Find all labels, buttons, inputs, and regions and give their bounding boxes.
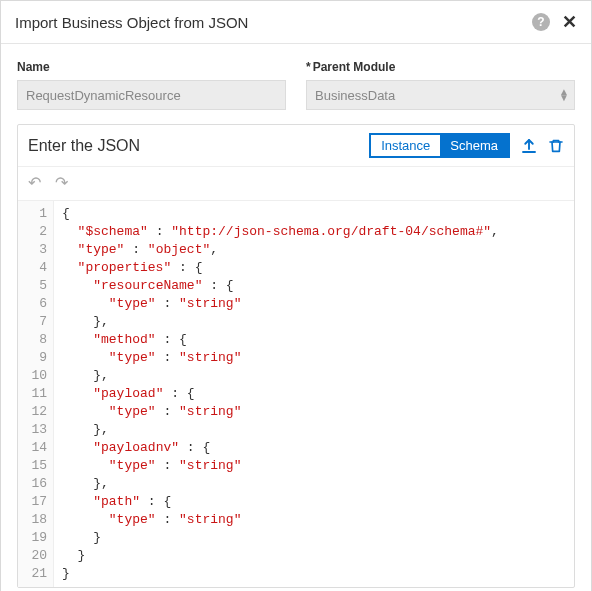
undo-redo-bar: ↶ ↷ <box>18 167 574 200</box>
close-icon[interactable]: ✕ <box>562 11 577 33</box>
name-label: Name <box>17 60 286 74</box>
schema-tab[interactable]: Schema <box>440 135 508 156</box>
trash-icon[interactable] <box>548 138 564 154</box>
instance-tab[interactable]: Instance <box>371 135 440 156</box>
undo-icon[interactable]: ↶ <box>28 173 41 192</box>
redo-icon[interactable]: ↷ <box>55 173 68 192</box>
json-editor-panel: Enter the JSON Instance Schema ↶ ↷ 12345… <box>17 124 575 588</box>
parent-module-label: *Parent Module <box>306 60 575 74</box>
line-gutter: 123456789101112131415161718192021 <box>18 201 54 587</box>
parent-module-select[interactable]: ▲▼ <box>306 80 575 110</box>
name-input[interactable] <box>17 80 286 110</box>
help-icon[interactable]: ? <box>532 13 550 31</box>
dialog: Import Business Object from JSON ? ✕ Nam… <box>0 0 592 591</box>
upload-icon[interactable] <box>520 137 538 155</box>
code-area: 123456789101112131415161718192021 { "$sc… <box>18 200 574 587</box>
dialog-title: Import Business Object from JSON <box>15 14 532 31</box>
editor-header: Enter the JSON Instance Schema <box>18 125 574 167</box>
instance-schema-toggle: Instance Schema <box>369 133 510 158</box>
field-row: Name *Parent Module ▲▼ <box>17 60 575 110</box>
editor-title: Enter the JSON <box>28 137 359 155</box>
dialog-body: Name *Parent Module ▲▼ Enter the JSON In… <box>1 44 591 591</box>
code-editor[interactable]: { "$schema" : "http://json-schema.org/dr… <box>54 201 574 587</box>
name-field: Name <box>17 60 286 110</box>
title-bar: Import Business Object from JSON ? ✕ <box>1 1 591 44</box>
parent-module-value[interactable] <box>306 80 575 110</box>
required-star-icon: * <box>306 60 311 74</box>
parent-module-field: *Parent Module ▲▼ <box>306 60 575 110</box>
